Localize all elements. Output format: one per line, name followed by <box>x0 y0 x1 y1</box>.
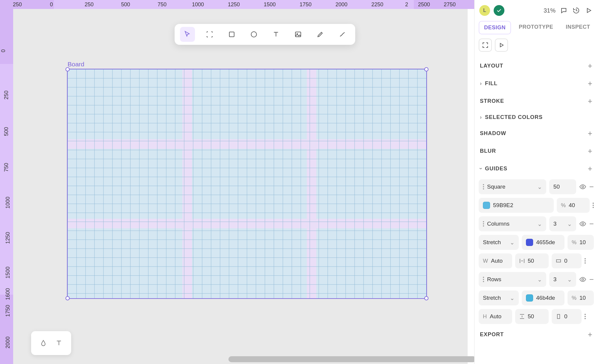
visibility-toggle[interactable] <box>579 220 586 227</box>
mini-palette <box>31 331 71 355</box>
grid-color-input[interactable]: 59B9E2 <box>479 198 554 213</box>
section-guides[interactable]: › GUIDES + <box>475 160 598 178</box>
section-shadow[interactable]: SHADOW + <box>475 125 598 142</box>
sync-status-icon[interactable] <box>494 5 504 16</box>
columns-count-select[interactable]: 3 ⌄ <box>549 216 576 231</box>
avatar[interactable]: L <box>479 5 490 16</box>
zoom-level[interactable]: 31% <box>544 7 556 14</box>
rows-type-select[interactable]: Rows ⌄ <box>479 272 546 287</box>
drag-handle-icon[interactable] <box>483 221 484 227</box>
section-layout[interactable]: LAYOUT + <box>475 57 598 75</box>
tab-design[interactable]: DESIGN <box>479 21 511 34</box>
gutter-value: 50 <box>528 258 534 264</box>
pen-tool[interactable] <box>313 27 328 42</box>
more-options-button[interactable] <box>585 258 586 264</box>
pen-icon <box>317 31 324 38</box>
more-options-button[interactable] <box>593 203 594 208</box>
section-label: LAYOUT <box>480 63 503 69</box>
curve-tool[interactable] <box>335 27 350 42</box>
tab-prototype[interactable]: PROTOTYPE <box>514 21 558 34</box>
frame-tool[interactable] <box>202 27 217 42</box>
chevron-right-icon: › <box>480 80 482 87</box>
gutter-icon <box>519 258 525 264</box>
text-tool[interactable] <box>269 27 283 42</box>
rows-opacity-input[interactable]: % 10 <box>568 290 594 305</box>
remove-guide-button[interactable]: − <box>589 219 594 229</box>
columns-margin-input[interactable]: 0 <box>552 253 582 268</box>
drag-handle-icon[interactable] <box>483 277 484 282</box>
add-export-icon[interactable]: + <box>588 330 593 339</box>
rows-count-select[interactable]: 3 ⌄ <box>549 272 576 287</box>
rectangle-tool[interactable] <box>224 27 239 42</box>
width-value: Auto <box>491 258 503 264</box>
rows-margin-input[interactable]: 0 <box>552 309 582 324</box>
resize-mode-button[interactable] <box>479 39 492 52</box>
rows-mode-select[interactable]: Stretch ⌄ <box>479 290 519 305</box>
margin-value: 0 <box>564 313 568 320</box>
history-icon[interactable] <box>572 6 581 15</box>
add-layout-icon[interactable]: + <box>588 61 593 71</box>
columns-width-input[interactable]: W Auto <box>479 253 512 268</box>
add-fill-icon[interactable]: + <box>588 79 593 88</box>
resize-handle-bl[interactable] <box>65 296 70 300</box>
columns-type-select[interactable]: Columns ⌄ <box>479 216 546 231</box>
ellipse-tool[interactable] <box>246 27 261 42</box>
image-tool[interactable] <box>291 27 306 42</box>
resize-handle-br[interactable] <box>424 296 428 300</box>
grid-opacity-input[interactable]: % 40 <box>557 198 590 213</box>
section-stroke[interactable]: STROKE + <box>475 92 598 110</box>
add-stroke-icon[interactable]: + <box>588 97 593 106</box>
color-swatch <box>526 294 533 302</box>
tab-inspect[interactable]: INSPECT <box>561 21 595 34</box>
grid-size-input[interactable]: 50 <box>549 179 576 194</box>
resize-handle-tr[interactable] <box>424 67 428 71</box>
section-blur[interactable]: BLUR + <box>475 142 598 160</box>
more-options-button[interactable] <box>585 314 586 319</box>
horizontal-scrollbar[interactable] <box>228 356 476 362</box>
columns-type-label: Columns <box>487 221 509 227</box>
chevron-down-icon: › <box>478 168 484 170</box>
resize-handle-tl[interactable] <box>65 67 70 71</box>
height-value: Auto <box>490 313 501 320</box>
rows-gutter-input[interactable]: 50 <box>515 309 549 324</box>
columns-opacity-input[interactable]: % 10 <box>568 235 594 250</box>
grid-type-select[interactable]: Square ⌄ <box>479 179 546 194</box>
remove-guide-button[interactable]: − <box>589 182 594 192</box>
section-export[interactable]: EXPORT + <box>475 326 598 343</box>
columns-gutter-input[interactable]: 50 <box>515 253 549 268</box>
ruler-tick: 2250 <box>371 1 383 8</box>
section-label: FILL <box>485 80 498 87</box>
visibility-toggle[interactable] <box>579 276 586 283</box>
play-icon[interactable] <box>584 6 593 15</box>
rows-color-input[interactable]: 46b4de <box>522 290 565 305</box>
columns-color-input[interactable]: 4655de <box>522 235 565 250</box>
canvas[interactable]: Board <box>13 9 468 364</box>
ruler-tick: 2750 <box>444 1 456 8</box>
svg-rect-3 <box>307 69 316 298</box>
add-blur-icon[interactable]: + <box>588 146 593 156</box>
board-frame[interactable] <box>67 69 427 299</box>
columns-mode-select[interactable]: Stretch ⌄ <box>479 235 519 250</box>
svg-point-79 <box>582 279 584 280</box>
ruler-tick: 500 <box>3 127 10 136</box>
sidebar-tabs: DESIGN PROTOTYPE INSPECT <box>475 21 598 39</box>
comments-icon[interactable] <box>559 6 568 15</box>
add-guide-icon[interactable]: + <box>588 164 593 173</box>
text-mini-icon[interactable] <box>56 340 62 346</box>
board-label[interactable]: Board <box>68 61 84 68</box>
remove-guide-button[interactable]: − <box>589 275 594 284</box>
ruler-tick: 1250 <box>228 1 240 8</box>
ruler-vertical[interactable]: 0250500750100012501500160017502000 <box>0 9 13 364</box>
ruler-tick: 2000 <box>335 1 347 8</box>
drop-icon[interactable] <box>40 340 47 346</box>
section-fill[interactable]: › FILL + <box>475 75 598 92</box>
cursor-tool[interactable] <box>180 27 195 42</box>
add-shadow-icon[interactable]: + <box>588 129 593 138</box>
drag-handle-icon[interactable] <box>483 184 484 189</box>
section-selected-colors[interactable]: › SELECTED COLORS <box>475 110 598 125</box>
play-mode-button[interactable] <box>495 39 508 52</box>
visibility-toggle[interactable] <box>579 183 586 190</box>
margin-value: 0 <box>564 258 568 264</box>
circle-icon <box>250 31 257 38</box>
rows-height-input[interactable]: H Auto <box>479 309 512 324</box>
